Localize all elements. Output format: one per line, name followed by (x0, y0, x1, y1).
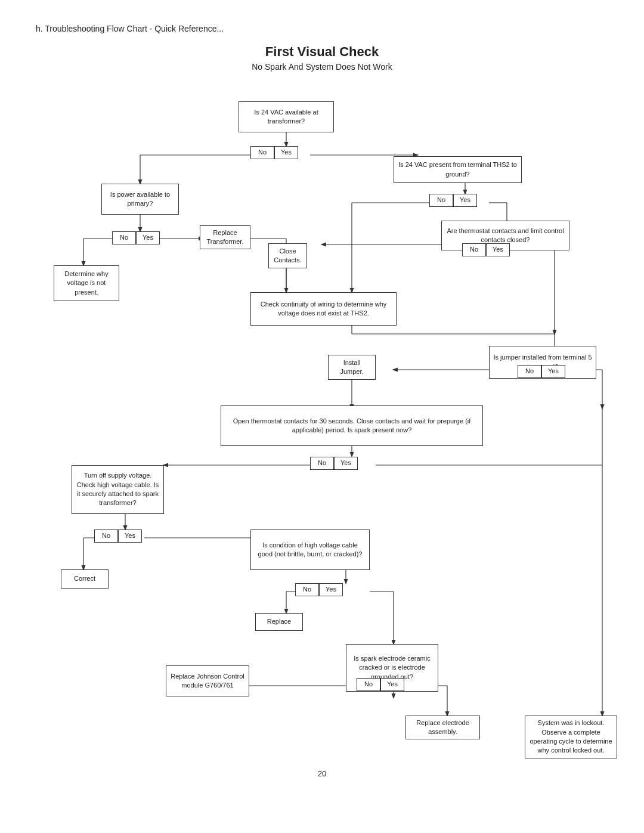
box-b9-yes: Yes (541, 365, 565, 378)
box-b1-yes: Yes (274, 146, 298, 159)
box-b11-no: No (310, 457, 334, 470)
box-b15: Replace (255, 613, 303, 631)
box-b1: Is 24 VAC available at transformer? (239, 101, 334, 132)
box-b14-yes: Yes (319, 583, 343, 596)
box-b13: Correct (61, 569, 109, 589)
box-b5-yes: Yes (486, 243, 510, 256)
page-number: 20 (36, 769, 608, 778)
box-b6: Close Contacts. (268, 243, 307, 268)
box-b2: Is 24 VAC present from terminal THS2 to … (394, 156, 522, 183)
box-b3-yes: Yes (136, 231, 160, 244)
box-b18: Replace electrode assembly. (405, 716, 480, 739)
box-b8: Check continuity of wiring to determine … (250, 292, 397, 326)
box-b12-no: No (94, 529, 118, 543)
box-b14-no: No (295, 583, 319, 596)
box-b2-yes: Yes (453, 194, 477, 207)
box-b12-yes: Yes (118, 529, 142, 543)
chart-subtitle: No Spark And System Does Not Work (36, 62, 608, 72)
page: h. Troubleshooting Flow Chart - Quick Re… (0, 0, 644, 833)
box-b7: Determine why voltage is not present. (54, 265, 119, 301)
box-b11-yes: Yes (334, 457, 358, 470)
box-b3-no: No (112, 231, 136, 244)
section-heading: h. Troubleshooting Flow Chart - Quick Re… (36, 24, 608, 33)
box-b4: Replace Transformer. (200, 225, 250, 249)
box-b3: Is power available to primary? (101, 184, 179, 215)
box-b12: Turn off supply voltage. Check high volt… (72, 465, 164, 514)
box-b16-yes: Yes (380, 678, 404, 691)
box-b14: Is condition of high voltage cable good … (250, 529, 370, 570)
box-b10: Install Jumper. (328, 355, 376, 380)
box-b16-no: No (357, 678, 380, 691)
box-b11: Open thermostat contacts for 30 seconds.… (221, 405, 483, 446)
box-b19: System was in lockout. Observe a complet… (525, 716, 617, 758)
chart-title: First Visual Check (36, 44, 608, 60)
box-b17: Replace Johnson Control module G760/761 (166, 665, 249, 696)
box-b9-no: No (518, 365, 541, 378)
box-b2-no: No (429, 194, 453, 207)
flowchart: Is 24 VAC available at transformer? No Y… (36, 83, 608, 757)
box-b1-no: No (250, 146, 274, 159)
box-b5-no: No (462, 243, 486, 256)
